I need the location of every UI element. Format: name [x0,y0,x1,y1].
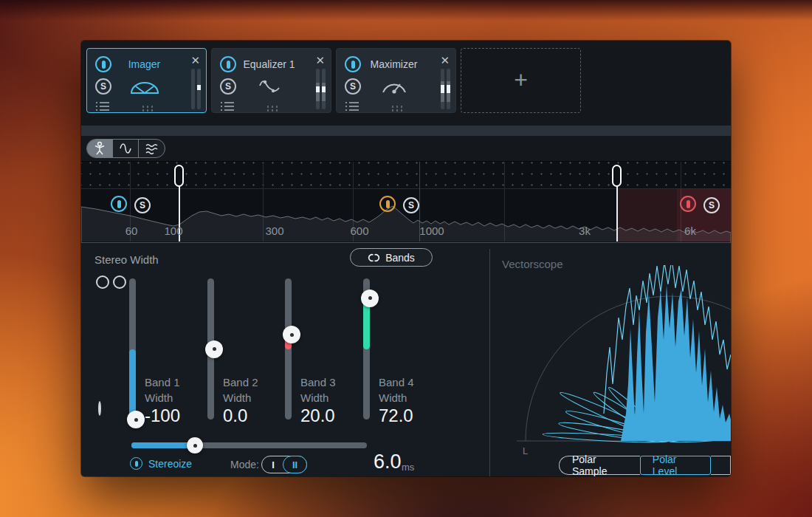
preset-list-icon[interactable] [220,100,235,114]
solo-button[interactable]: S [220,78,236,95]
slider-handle[interactable] [361,290,379,307]
power-icon [130,457,142,470]
slider-handle[interactable] [127,411,145,428]
close-icon[interactable]: ✕ [440,55,450,66]
stereoize-toggle[interactable]: Stereoize [130,457,192,470]
crossover-handle[interactable] [612,165,622,187]
link-icon [368,253,380,262]
imager-main-panel: Stereo Width Bands Band 1 Width -100 [81,243,731,476]
vectorscope-display [490,265,731,450]
bands-button-label: Bands [385,252,415,264]
freq-label: 6k [684,225,696,237]
module-power-icon[interactable] [220,56,236,72]
solo-button[interactable]: S [95,78,111,95]
freq-label: 60 [125,225,138,237]
clipped-button-stub[interactable] [711,456,731,475]
slider-handle[interactable] [205,340,223,358]
add-module-slot[interactable]: + [461,48,581,113]
freq-label: 3k [579,225,591,237]
view-toolbar [86,139,165,158]
drag-handle-icon[interactable] [141,105,154,112]
band-name: Band 2 [223,374,258,390]
band4-power-button[interactable] [680,196,699,215]
close-icon[interactable]: ✕ [315,55,325,66]
mode-switch[interactable]: I II [261,456,307,473]
freq-label: 1000 [419,225,444,237]
tool-stick-figure[interactable] [87,140,113,157]
module-chip-maximizer[interactable]: Maximizer ✕ S [336,48,456,113]
preset-list-icon[interactable] [95,100,110,114]
ozone-plugin-window: Imager ✕ S Equalizer 1 ✕ S [81,41,731,476]
solo-button[interactable]: S [345,78,361,95]
band-width-value: 0.0 [223,408,258,423]
band3-power-button[interactable] [379,196,399,215]
band-width-value: -100 [145,408,180,423]
freq-label: 600 [350,225,368,237]
stereoize-slider-handle[interactable] [187,437,203,453]
eq-curve-icon [237,77,301,97]
band-name: Band 4 [379,374,414,390]
drag-handle-icon[interactable] [266,105,278,112]
module-power-icon[interactable] [95,56,111,72]
left-channel-label: L [523,445,528,456]
band-width-value: 72.0 [379,408,414,423]
module-chip-imager[interactable]: Imager ✕ S [86,48,207,113]
module-title[interactable]: Equalizer 1 [235,58,303,70]
module-power-icon[interactable] [345,56,361,72]
delay-time-value[interactable]: 6.0 [374,451,402,473]
tool-sine-wave[interactable] [113,140,139,157]
band-name: Band 3 [300,374,336,390]
freq-label: 100 [164,225,182,237]
stereo-wide-icon [96,275,126,289]
desktop-wallpaper: Imager ✕ S Equalizer 1 ✕ S [0,0,812,517]
vectorscope-mode-buttons: Polar Sample Polar Level [559,456,731,475]
param-name: Width [379,390,414,405]
freq-label: 300 [265,225,283,237]
spectrum-crossover-view[interactable]: S S S 60 100 300 600 1000 3k 6k [81,161,731,242]
section-title: Stereo Width [94,253,159,266]
band1-power-button[interactable] [111,196,130,215]
module-meters [191,69,201,109]
polar-level-button[interactable]: Polar Level [640,456,711,475]
stereoize-label: Stereoize [148,458,192,470]
crossover-handle[interactable] [174,165,184,187]
polar-sample-button[interactable]: Polar Sample [559,456,640,475]
module-title[interactable]: Maximizer [360,58,427,70]
mode-label: Mode: [230,459,259,470]
imager-gauge-icon [112,77,176,96]
maximizer-gauge-icon [362,77,426,96]
section-separator [81,126,731,136]
bands-link-button[interactable]: Bands [350,248,433,267]
plus-icon: + [461,66,580,94]
close-icon[interactable]: ✕ [190,55,200,66]
param-name: Width [300,390,336,405]
preset-list-icon[interactable] [345,100,359,114]
band3-solo-button[interactable]: S [403,197,419,213]
module-title[interactable]: Imager [111,58,178,70]
module-meters [441,69,450,109]
param-name: Width [145,390,180,405]
mode-option-2-selected[interactable]: II [283,456,307,473]
band-name: Band 1 [145,374,180,390]
slider-handle[interactable] [283,326,300,343]
band-width-value: 20.0 [300,408,336,423]
module-chip-equalizer[interactable]: Equalizer 1 ✕ S [211,48,331,113]
stereoize-amount-slider[interactable] [131,442,367,448]
band1-solo-button[interactable]: S [134,197,151,213]
module-chain: Imager ✕ S Equalizer 1 ✕ S [86,48,581,113]
delay-time-unit: ms [402,462,414,473]
param-name: Width [223,390,258,405]
module-meters [316,69,326,109]
mode-option-1[interactable]: I [262,456,284,473]
tool-wavy-lines[interactable] [139,140,165,157]
band4-solo-button[interactable]: S [703,197,720,213]
mono-icon [98,403,101,414]
drag-handle-icon[interactable] [390,105,403,112]
crossover-line [616,186,618,242]
